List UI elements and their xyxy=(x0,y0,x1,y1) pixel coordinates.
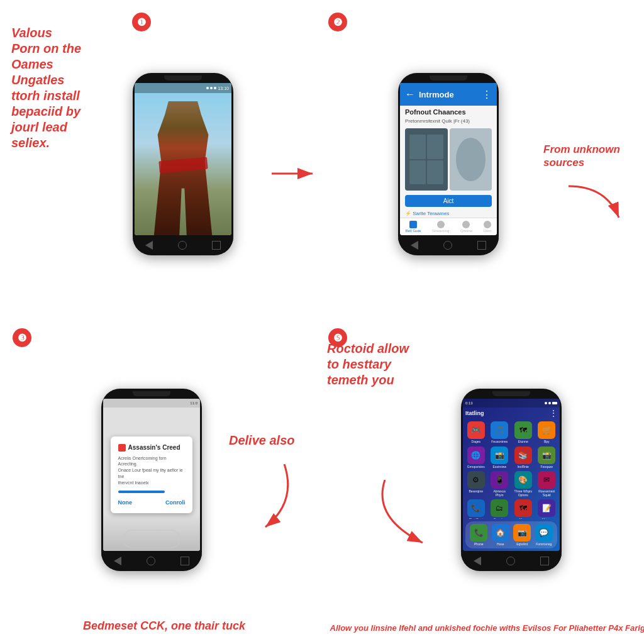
step-badge-4: ❺ xyxy=(328,328,347,347)
app-icon-9[interactable]: 📱Abrtexus Phyin xyxy=(489,471,511,497)
home-status-bar: 0:13 xyxy=(463,399,560,408)
app-icon-0[interactable]: 🎮Dages xyxy=(465,421,487,444)
status-icons: 13:10 xyxy=(206,86,229,91)
phone-screen-4: 0:13 Itatling ⋮ 🎮Dages🎵Feusontnes🗺Etunne… xyxy=(463,399,560,551)
phone-4: 0:13 Itatling ⋮ 🎮Dages🎵Feusontnes🗺Etunne… xyxy=(461,389,562,571)
store-grid xyxy=(400,126,497,192)
phone-notch-1 xyxy=(164,75,202,80)
home-dock: 📞Phone🏠Hose📷Eqtoilmt💬Fommsnog xyxy=(465,521,557,549)
app-icon-12[interactable]: 📞Phei Roui Rituli xyxy=(465,499,487,519)
nav-recents[interactable] xyxy=(212,241,221,250)
nav-home-4[interactable] xyxy=(506,557,515,565)
dialog-status-bar: 11:0 xyxy=(103,399,200,408)
app-icon-2[interactable]: 🗺Etunne xyxy=(513,421,534,444)
nav-recents-3[interactable] xyxy=(180,557,189,565)
nav-back[interactable] xyxy=(145,241,153,250)
store-nav-user[interactable]: Uiert xyxy=(484,221,492,233)
arrow-1 xyxy=(272,164,322,183)
app-icon-15[interactable]: 📝Nbtete xyxy=(536,499,558,519)
home-status-icons xyxy=(545,402,557,404)
store-section-label: ⚡ Sarlte Teraames xyxy=(400,209,497,218)
store-content-title: Pofnout Chaances xyxy=(400,106,497,118)
app-icon-4[interactable]: 🌐Gmopsricies xyxy=(465,447,487,469)
screen-dialog: 11:0 Assassin's Creed Acreiis Onertcomin… xyxy=(103,399,200,551)
phone-screen-1: 13:10 xyxy=(135,83,231,235)
store-sub-desc: Pretonmrsfexnit Qulk |Fr (43) xyxy=(400,118,497,126)
store-nav-user-label: Uiert xyxy=(484,229,492,233)
phone-nav-4 xyxy=(461,553,562,569)
app-icon-8[interactable]: ⚙Bexerqine xyxy=(465,471,487,497)
phone-nav-2 xyxy=(398,238,499,253)
wifi-dot xyxy=(210,87,213,89)
dock-icon-2[interactable]: 📷Eqtoilmt xyxy=(513,524,531,547)
store-nav-home-label: Bell Gute xyxy=(406,229,421,233)
annotation-3: Delive also xyxy=(229,433,317,448)
step-badge-2: ❷ xyxy=(328,13,347,31)
annotation-4: Roctoid allow to hesttary temeth you xyxy=(327,341,453,388)
nav-home-3[interactable] xyxy=(147,557,155,565)
dock-icon-1[interactable]: 🏠Hose xyxy=(492,524,509,547)
phone-notch-2 xyxy=(430,75,467,80)
store-nav-device[interactable]: Qoitine xyxy=(460,221,472,233)
dock-icon-3[interactable]: 💬Fommsnog xyxy=(535,524,553,547)
nav-back-3[interactable] xyxy=(114,557,121,565)
app-icon-7[interactable]: 📸Fooqaze xyxy=(536,447,558,469)
nav-recents-2[interactable] xyxy=(477,241,486,250)
cell-step-3: ❸ 11:0 Assassin's Creed Acreiis Onertcom… xyxy=(6,322,322,638)
store-topbar: ← Intrmode ⋮ xyxy=(400,83,497,106)
nav-recents-4[interactable] xyxy=(540,557,549,565)
step-badge-3: ❸ xyxy=(13,328,31,347)
dialog-cancel-button[interactable]: None xyxy=(118,499,133,506)
app-icon-10[interactable]: 🎨Three Whpis Optons xyxy=(513,471,534,497)
time-display: 13:10 xyxy=(218,86,229,91)
home-menu-icon[interactable]: ⋮ xyxy=(550,409,557,418)
app-icon-14[interactable]: 🗺Maps xyxy=(513,499,534,519)
phone-1: 13:10 xyxy=(133,73,233,255)
store-nav-stream-label: Streaming xyxy=(432,229,449,233)
store-menu-icon[interactable]: ⋮ xyxy=(482,89,492,101)
app-icon-6[interactable]: 📚lnolRnie xyxy=(513,447,534,469)
app-grid: 🎮Dages🎵Feusontnes🗺Etunne🛒Bpy🌐Gmopsricies… xyxy=(463,419,560,519)
caption-4: Allow you linsine Ifehl and unkished foc… xyxy=(330,623,630,633)
annotation-1: Valous Porn on the Oames Ungatles ttorh … xyxy=(11,25,131,151)
battery-icon-home xyxy=(552,402,557,404)
nav-home-2[interactable] xyxy=(443,241,452,250)
dialog-ok-button[interactable]: Conroli xyxy=(165,499,186,506)
nav-back-2[interactable] xyxy=(411,241,418,250)
signal-icon-home xyxy=(548,402,551,404)
app-icon-3[interactable]: 🛒Bpy xyxy=(536,421,558,444)
signal-dot xyxy=(206,87,209,89)
cell-step-2: ❷ ← Intrmode ⋮ Pofnout Chaances Pretonmr… xyxy=(322,6,638,322)
dialog-progress-bar xyxy=(118,491,165,493)
home-screen-title: Itatling xyxy=(465,410,484,416)
store-nav-home[interactable]: Bell Gute xyxy=(406,221,421,233)
caption-3: Bedmeset CCK, one thair tuck xyxy=(22,619,306,633)
store-device-icon xyxy=(462,221,470,228)
store-nav-streaming[interactable]: Streaming xyxy=(432,221,449,233)
store-title: Intrmode xyxy=(419,90,478,99)
app-icon-5[interactable]: 📸Eostrview xyxy=(489,447,511,469)
store-nav-device-label: Qoitine xyxy=(460,229,472,233)
store-back-icon[interactable]: ← xyxy=(405,89,415,100)
store-install-button[interactable]: Aict xyxy=(405,195,492,207)
app-icon-11[interactable]: ✉Rowsemeni Squid xyxy=(536,471,558,497)
cable-visual xyxy=(123,530,180,548)
home-topbar: Itatling ⋮ xyxy=(463,408,560,419)
main-container: ❶ Valous Porn on the Oames Ungatles ttor… xyxy=(0,0,644,644)
store-bottom-nav: Bell Gute Streaming Qoitine Uiert xyxy=(400,218,497,235)
app-icon-13[interactable]: 🗂Cnaptier xyxy=(489,499,511,519)
phone-nav-3 xyxy=(101,553,202,569)
phone-3: 11:0 Assassin's Creed Acreiis Onertcomin… xyxy=(101,389,202,571)
phone-notch-4 xyxy=(492,391,530,396)
annotation-2: From unknown sources xyxy=(543,143,631,170)
store-thumb-2 xyxy=(450,128,492,191)
phone-2: ← Intrmode ⋮ Pofnout Chaances Pretonmrsf… xyxy=(398,73,499,255)
dock-icon-0[interactable]: 📞Phone xyxy=(470,524,487,547)
store-thumb-1 xyxy=(405,128,448,191)
app-icon-1[interactable]: 🎵Feusontnes xyxy=(489,421,511,444)
battery-dot xyxy=(214,87,216,89)
nav-home[interactable] xyxy=(178,241,187,250)
arrow-4 xyxy=(372,480,448,555)
nav-back-4[interactable] xyxy=(474,557,481,565)
step-badge-1: ❶ xyxy=(132,13,151,31)
